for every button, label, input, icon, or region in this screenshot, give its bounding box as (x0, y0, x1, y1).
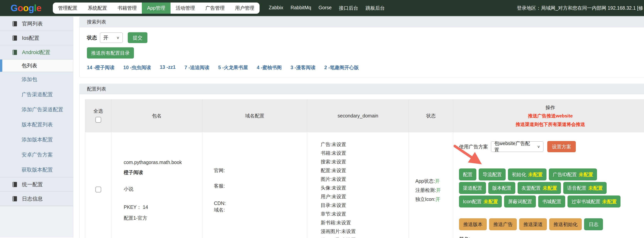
sidebar-item-unified-config[interactable]: 统一配置 (0, 177, 73, 192)
main-content: 搜索列表 状态 开 ∨ 提交 推送所有配置目录 14 -橙子阅读 10 -虫虫阅… (73, 17, 644, 237)
book-icon (12, 21, 18, 27)
ad-scheme-select[interactable]: 包website广告配置 ∨ (491, 141, 544, 152)
header-domain-config: 域名配置 (202, 100, 307, 132)
voice-config-button[interactable]: 语音配置未配置 (563, 182, 606, 194)
row-checkbox[interactable] (96, 187, 101, 192)
menu-item-ad-manage[interactable]: 广告管理 (200, 3, 230, 14)
link-zabbix[interactable]: Zabbix (269, 5, 283, 11)
domain-config-cell: 官网: 客服: CDN: 域名: (202, 132, 307, 238)
search-panel-title: 搜索列表 (80, 17, 644, 27)
review-bookstore-config-button[interactable]: 过审书城配置未配置 (568, 195, 620, 207)
package-pkey: PKEY： 14 (124, 204, 202, 210)
sidebar-item-add-package[interactable]: 添加包 (0, 72, 73, 87)
sidebar-item-log-info[interactable]: 日志信息 (0, 192, 73, 206)
sidebar: 官网列表 Ios配置 Android配置 包列表 添加包 广告渠道配置 添加广告… (0, 17, 73, 237)
sidebar-item-ios-config[interactable]: Ios配置 (0, 31, 73, 45)
package-link[interactable]: 7 -追追阅读 (184, 64, 209, 71)
operations-cell: 使用广告方案 包website广告配置 ∨ 设置方案 配置 (453, 132, 644, 238)
link-gorse[interactable]: Gorse (318, 5, 332, 11)
menu-item-book-manage[interactable]: 书籍管理 (112, 3, 142, 14)
push-all-config-button[interactable]: 推送所有配置目录 (87, 47, 134, 59)
version-config-button[interactable]: 版本配置 (488, 182, 515, 194)
sidebar-item-label: 安卓广告方案 (22, 151, 53, 158)
link-rabbitmq[interactable]: RabbitMq (290, 5, 311, 11)
sidebar-item-version-config-list[interactable]: 版本配置列表 (0, 117, 73, 132)
ad-id-config-button[interactable]: 广告ID配置未配置 (549, 168, 597, 180)
config-button[interactable]: 配置 (459, 168, 476, 180)
menu-item-system-config[interactable]: 系统配置 (82, 3, 112, 14)
secondary-line: 头像:未设置 (321, 184, 408, 192)
submit-button[interactable]: 提交 (128, 32, 148, 43)
menu-item-activity-manage[interactable]: 活动管理 (170, 3, 200, 14)
secondary-line: 图片:未设置 (321, 175, 408, 184)
external-links: Zabbix RabbitMq Gorse 接口后台 跳板后台 (269, 5, 385, 11)
status-icon-value: 开 (436, 196, 440, 202)
status-select-value: 开 (103, 34, 108, 41)
secondary-domain-cell: 广告:未设置 书籍:未设置 搜索:未设置 配置:未设置 图片:未设置 头像:未设… (307, 132, 409, 238)
package-link[interactable]: 5 -火龙果书屋 (218, 64, 248, 71)
operations-warning-2: 推送渠道则包下所有渠道将会推送 (453, 120, 644, 129)
sidebar-item-official-site-list[interactable]: 官网列表 (0, 17, 73, 31)
sidebar-item-android-ad-scheme[interactable]: 安卓广告方案 (0, 147, 73, 162)
sidebar-item-label: Ios配置 (22, 35, 39, 42)
package-link[interactable]: 3 -漫客阅读 (290, 64, 316, 71)
init-config-button[interactable]: 初始化未配置 (508, 168, 546, 180)
link-jump-backend[interactable]: 跳板后台 (366, 5, 385, 11)
secondary-line: 章节:未设置 (321, 210, 408, 218)
set-scheme-button[interactable]: 设置方案 (547, 141, 576, 152)
status-app-value: 开 (435, 178, 440, 184)
sidebar-item-package-list[interactable]: 包列表 (0, 60, 73, 72)
sidebar-item-label: 添加版本配置 (22, 136, 53, 143)
package-id: com.pythagoras.math.book (124, 159, 202, 166)
sidebar-filler (0, 206, 73, 237)
bookstore-config-button[interactable]: 书城配置 (538, 195, 565, 207)
menu-item-manage-config[interactable]: 管理配置 (53, 3, 82, 14)
redirect-config-button[interactable]: 导流配置 (479, 168, 506, 180)
not-configured-badge: 未配置 (543, 185, 557, 191)
secondary-line: 搜索:未设置 (321, 157, 408, 166)
package-link[interactable]: 13 -zz1 (160, 64, 176, 71)
status-cell: App状态:开 注册检测:开 独立Icon:开 (409, 132, 453, 238)
sidebar-item-add-version-config[interactable]: 添加版本配置 (0, 132, 73, 147)
google-logo: Google (10, 3, 41, 13)
sidebar-item-get-version-config[interactable]: 获取版本配置 (0, 162, 73, 177)
book-icon (12, 35, 18, 41)
status-register-value: 开 (436, 187, 441, 193)
icon-config-button[interactable]: Icon配置未配置 (459, 195, 502, 207)
push-channel-button[interactable]: 推送渠道 (519, 218, 547, 230)
log-button[interactable]: 日志 (584, 218, 603, 230)
package-category: 小说 (124, 186, 202, 192)
menu-item-app-manage[interactable]: App管理 (142, 3, 170, 14)
select-all-checkbox[interactable] (96, 117, 101, 123)
menu-item-user-manage[interactable]: 用户管理 (230, 3, 260, 14)
select-all-header: 全选 (85, 100, 112, 132)
status-select[interactable]: 开 ∨ (100, 33, 123, 43)
blockword-config-button[interactable]: 屏蔽词配置 (504, 195, 536, 207)
ad-scheme-select-value: 包website广告配置 (494, 140, 534, 153)
package-link[interactable]: 4 -蜜柚书阁 (257, 64, 282, 71)
secondary-line: 配置:未设置 (321, 166, 408, 175)
package-display-name: 橙子阅读 (124, 169, 202, 176)
sidebar-item-android-config[interactable]: Android配置 (0, 45, 73, 60)
sidebar-item-label: 版本配置列表 (22, 121, 53, 128)
operations-title: 操作 (453, 103, 644, 112)
umeng-config-button[interactable]: 友盟配置未配置 (518, 182, 561, 194)
top-navbar: Google 管理配置 系统配置 书籍管理 App管理 活动管理 广告管理 用户… (0, 0, 644, 17)
sidebar-item-add-ad-channel-config[interactable]: 添加广告渠道配置 (0, 102, 73, 117)
link-api-backend[interactable]: 接口后台 (339, 5, 358, 11)
sidebar-item-ad-channel-config[interactable]: 广告渠道配置 (0, 87, 73, 102)
push-version-button[interactable]: 推送版本 (459, 218, 487, 230)
not-configured-badge: 未配置 (528, 171, 543, 178)
push-init-button[interactable]: 推送初始化 (549, 218, 582, 230)
domain-support: 客服: (214, 183, 307, 189)
package-link[interactable]: 10 -虫虫阅读 (123, 64, 151, 71)
sidebar-item-label: 广告渠道配置 (22, 91, 53, 98)
channel-config-button[interactable]: 渠道配置 (459, 182, 486, 194)
app-root: Google 管理配置 系统配置 书籍管理 App管理 活动管理 广告管理 用户… (0, 0, 644, 238)
package-link[interactable]: 2 -笔趣阁开心版 (324, 64, 359, 71)
sidebar-item-label: 包列表 (22, 62, 37, 69)
status-icon-label: 独立Icon: (415, 196, 435, 202)
not-configured-badge: 未配置 (484, 198, 498, 205)
push-ad-button[interactable]: 推送广告 (489, 218, 517, 230)
package-link[interactable]: 14 -橙子阅读 (87, 64, 114, 71)
